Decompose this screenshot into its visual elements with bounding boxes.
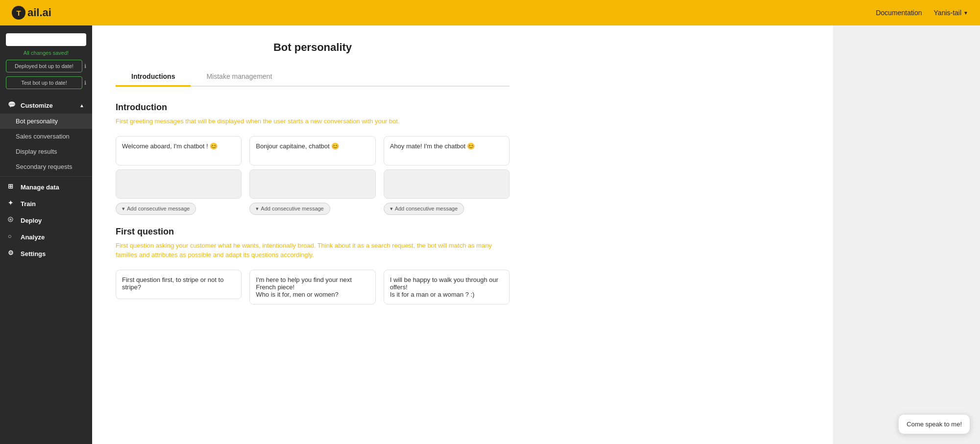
- test-bot-button[interactable]: Test bot up to date!: [6, 76, 82, 89]
- status-text: All changes saved!: [6, 50, 86, 56]
- introduction-title: Introduction: [116, 102, 510, 113]
- page-title: Bot personality: [116, 41, 510, 54]
- sidebar-section-analyze[interactable]: ○ Analyze: [0, 229, 92, 245]
- sidebar-item-display-results[interactable]: Display results: [0, 144, 92, 159]
- content-panel: Bot personality Introductions Mistake ma…: [92, 25, 833, 444]
- deployed-bot-button[interactable]: Deployed bot up to date!: [6, 60, 82, 72]
- introduction-col-2: Bonjour capitaine, chatbot 😊 ▾ Add conse…: [249, 136, 375, 215]
- user-label: Yanis-tail: [934, 9, 962, 17]
- intro-bubble-3-2: [384, 169, 510, 199]
- introduction-description: First greeting messages that will be dis…: [116, 117, 510, 126]
- train-icon: ✦: [8, 199, 17, 208]
- sidebar-section-manage-data[interactable]: ⊞ Manage data: [0, 179, 92, 195]
- sidebar-top: All changes saved! Deployed bot up to da…: [0, 33, 92, 97]
- chevron-up-icon: ▲: [79, 103, 84, 108]
- tab-introductions[interactable]: Introductions: [116, 68, 191, 87]
- sidebar-section-deploy[interactable]: ⦾ Deploy: [0, 212, 92, 229]
- sidebar-divider-1: [0, 176, 92, 177]
- deployed-btn-row: Deployed bot up to date! ℹ: [6, 60, 86, 72]
- sidebar-item-sales-conversation[interactable]: Sales conversation: [0, 129, 92, 144]
- introduction-col-3: Ahoy mate! I'm the chatbot 😊 ▾ Add conse…: [384, 136, 510, 215]
- logo-text: ail.ai: [27, 6, 51, 19]
- settings-label: Settings: [21, 250, 46, 257]
- intro-bubble-2-1[interactable]: Bonjour capitaine, chatbot 😊: [249, 136, 375, 165]
- intro-bubble-1-1[interactable]: Welcome aboard, I'm chatbot ! 😊: [116, 136, 242, 165]
- add-consecutive-btn-3[interactable]: ▾ Add consecutive message: [384, 203, 464, 215]
- fq-bubble-1[interactable]: First question first, to stripe or not t…: [116, 270, 242, 299]
- add-consecutive-btn-1[interactable]: ▾ Add consecutive message: [116, 203, 196, 215]
- app-body: All changes saved! Deployed bot up to da…: [0, 25, 980, 444]
- main-area: Bot personality Introductions Mistake ma…: [92, 25, 980, 444]
- add-consecutive-label-2: Add consecutive message: [261, 206, 323, 211]
- sidebar-item-bot-personality[interactable]: Bot personality: [0, 114, 92, 129]
- sidebar-section-settings[interactable]: ⚙ Settings: [0, 245, 92, 262]
- first-question-description: First question asking your customer what…: [116, 241, 510, 260]
- analyze-label: Analyze: [21, 234, 45, 241]
- analyze-icon: ○: [8, 233, 17, 241]
- deploy-label: Deploy: [21, 217, 42, 224]
- topnav-right: Documentation Yanis-tail ▼: [876, 9, 968, 17]
- settings-icon: ⚙: [8, 249, 17, 258]
- logo-icon: T: [12, 6, 25, 20]
- sidebar-section-customize[interactable]: 💬 Customize ▲: [0, 97, 92, 114]
- deploy-icon: ⦾: [8, 216, 17, 225]
- introduction-col-1: Welcome aboard, I'm chatbot ! 😊 ▾ Add co…: [116, 136, 242, 215]
- arrow-down-icon-2: ▾: [256, 206, 259, 212]
- add-consecutive-label-3: Add consecutive message: [395, 206, 458, 211]
- add-consecutive-btn-2[interactable]: ▾ Add consecutive message: [249, 203, 330, 215]
- chevron-down-icon: ▼: [963, 10, 968, 16]
- intro-bubble-2-2: [249, 169, 375, 199]
- sidebar: All changes saved! Deployed bot up to da…: [0, 25, 92, 444]
- tab-mistake-management[interactable]: Mistake management: [191, 68, 288, 87]
- train-label: Train: [21, 200, 36, 208]
- documentation-link[interactable]: Documentation: [876, 9, 922, 17]
- manage-data-icon: ⊞: [8, 183, 17, 191]
- sidebar-item-secondary-requests[interactable]: Secondary requests: [0, 159, 92, 174]
- topnav: T ail.ai Documentation Yanis-tail ▼: [0, 0, 980, 25]
- chat-bubble-corner[interactable]: Come speak to me!: [898, 414, 970, 434]
- chat-bubble-text: Come speak to me!: [906, 421, 962, 428]
- tabs-bar: Introductions Mistake management: [116, 68, 510, 87]
- test-btn-row: Test bot up to date! ℹ: [6, 76, 86, 89]
- first-question-message-grid: First question first, to stripe or not t…: [116, 270, 510, 304]
- first-question-col-2: I'm here to help you find your next Fren…: [249, 270, 375, 304]
- add-consecutive-label-1: Add consecutive message: [127, 206, 190, 211]
- fq-bubble-3[interactable]: I will be happy to walk you through our …: [384, 270, 510, 304]
- test-info-icon[interactable]: ℹ: [84, 80, 86, 86]
- right-panel: [833, 25, 980, 444]
- intro-bubble-3-1[interactable]: Ahoy mate! I'm the chatbot 😊: [384, 136, 510, 165]
- arrow-down-icon-3: ▾: [390, 206, 393, 212]
- deployed-info-icon[interactable]: ℹ: [84, 63, 86, 70]
- first-question-col-1: First question first, to stripe or not t…: [116, 270, 242, 304]
- intro-bubble-1-2: [116, 169, 242, 199]
- chat-icon: 💬: [8, 101, 17, 110]
- introduction-message-grid: Welcome aboard, I'm chatbot ! 😊 ▾ Add co…: [116, 136, 510, 215]
- manage-data-label: Manage data: [21, 184, 59, 191]
- first-question-title: First question: [116, 227, 510, 237]
- sidebar-section-train[interactable]: ✦ Train: [0, 195, 92, 212]
- fq-bubble-2[interactable]: I'm here to help you find your next Fren…: [249, 270, 375, 304]
- content-inner: Bot personality Introductions Mistake ma…: [92, 25, 533, 332]
- customize-label: Customize: [21, 102, 53, 109]
- logo[interactable]: T ail.ai: [12, 6, 51, 20]
- arrow-down-icon: ▾: [122, 206, 125, 212]
- search-input[interactable]: [6, 33, 86, 46]
- user-menu[interactable]: Yanis-tail ▼: [934, 9, 968, 17]
- first-question-col-3: I will be happy to walk you through our …: [384, 270, 510, 304]
